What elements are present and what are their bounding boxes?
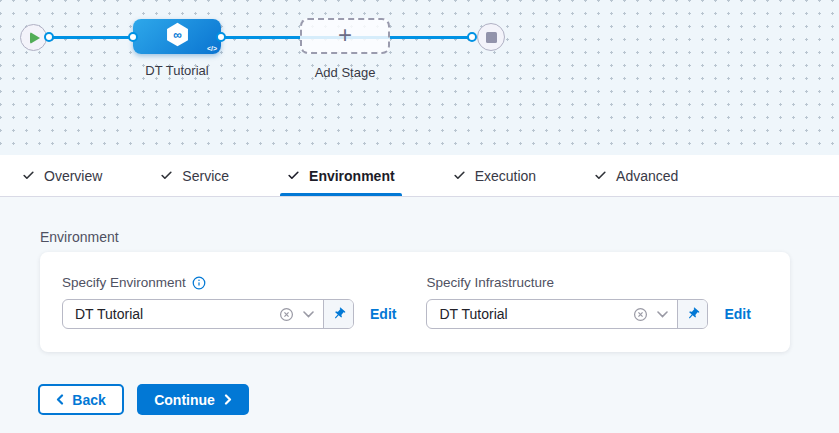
environment-field-group: Specify Environment DT Tutorial xyxy=(62,275,396,352)
add-stage-label: Add Stage xyxy=(290,65,400,80)
tab-label: Environment xyxy=(309,168,395,184)
info-icon[interactable] xyxy=(192,276,206,290)
connector-dot[interactable] xyxy=(128,32,138,42)
back-button[interactable]: Back xyxy=(38,384,124,415)
environment-field-label: Specify Environment xyxy=(62,275,186,290)
continue-button[interactable]: Continue xyxy=(137,384,249,415)
infrastructure-field-group: Specify Infrastructure DT Tutorial xyxy=(426,275,750,352)
infrastructure-edit-link[interactable]: Edit xyxy=(724,306,750,322)
check-icon xyxy=(594,169,607,182)
harness-cd-hexagon-icon: ∞ xyxy=(164,21,191,52)
stage-node-dt-tutorial[interactable]: ∞ </> xyxy=(133,19,221,54)
back-button-label: Back xyxy=(72,392,105,408)
pin-toggle[interactable] xyxy=(677,300,707,328)
check-icon xyxy=(287,169,300,182)
tab-label: Overview xyxy=(44,168,102,184)
pipeline-canvas[interactable]: ∞ </> DT Tutorial + Add Stage xyxy=(0,0,839,155)
pin-toggle[interactable] xyxy=(323,300,353,328)
pipeline-connector-line xyxy=(49,36,472,39)
connector-dot[interactable] xyxy=(467,32,477,42)
environment-edit-link[interactable]: Edit xyxy=(370,306,396,322)
environment-select-value: DT Tutorial xyxy=(75,306,270,322)
tab-label: Advanced xyxy=(616,168,678,184)
clear-icon[interactable] xyxy=(633,307,648,322)
pin-icon xyxy=(332,307,346,321)
tab-environment[interactable]: Environment xyxy=(287,155,395,196)
pipeline-start-node xyxy=(20,24,47,51)
tab-execution[interactable]: Execution xyxy=(453,155,536,196)
stage-tabbar: Overview Service Environment Execution A… xyxy=(0,155,839,197)
plus-icon: + xyxy=(338,23,352,47)
tab-label: Service xyxy=(182,168,229,184)
pipeline-stage-setup-screen: ∞ </> DT Tutorial + Add Stage Overview xyxy=(0,0,839,433)
add-stage-button[interactable]: + xyxy=(300,18,390,54)
section-heading: Environment xyxy=(40,229,119,245)
connector-dot[interactable] xyxy=(216,32,226,42)
infrastructure-select-value: DT Tutorial xyxy=(439,306,624,322)
infrastructure-select[interactable]: DT Tutorial xyxy=(426,299,708,329)
pin-icon xyxy=(686,307,700,321)
stage-node-label: DT Tutorial xyxy=(123,63,231,78)
tab-advanced[interactable]: Advanced xyxy=(594,155,678,196)
svg-text:∞: ∞ xyxy=(173,28,182,42)
code-toggle-icon[interactable]: </> xyxy=(207,45,217,52)
check-icon xyxy=(160,169,173,182)
chevron-down-icon[interactable] xyxy=(303,311,314,318)
environment-select[interactable]: DT Tutorial xyxy=(62,299,354,329)
chevron-down-icon[interactable] xyxy=(657,311,668,318)
stop-icon xyxy=(486,32,497,43)
infrastructure-field-label: Specify Infrastructure xyxy=(426,275,554,290)
pipeline-end-node xyxy=(477,23,505,51)
chevron-left-icon xyxy=(56,392,64,408)
connector-dot[interactable] xyxy=(44,32,54,42)
tab-service[interactable]: Service xyxy=(160,155,229,196)
environment-card: Specify Environment DT Tutorial xyxy=(40,252,790,352)
check-icon xyxy=(22,169,35,182)
tab-overview[interactable]: Overview xyxy=(22,155,102,196)
clear-icon[interactable] xyxy=(279,307,294,322)
check-icon xyxy=(453,169,466,182)
play-icon xyxy=(30,32,40,44)
tab-label: Execution xyxy=(475,168,536,184)
chevron-right-icon xyxy=(224,392,232,408)
continue-button-label: Continue xyxy=(154,392,215,408)
